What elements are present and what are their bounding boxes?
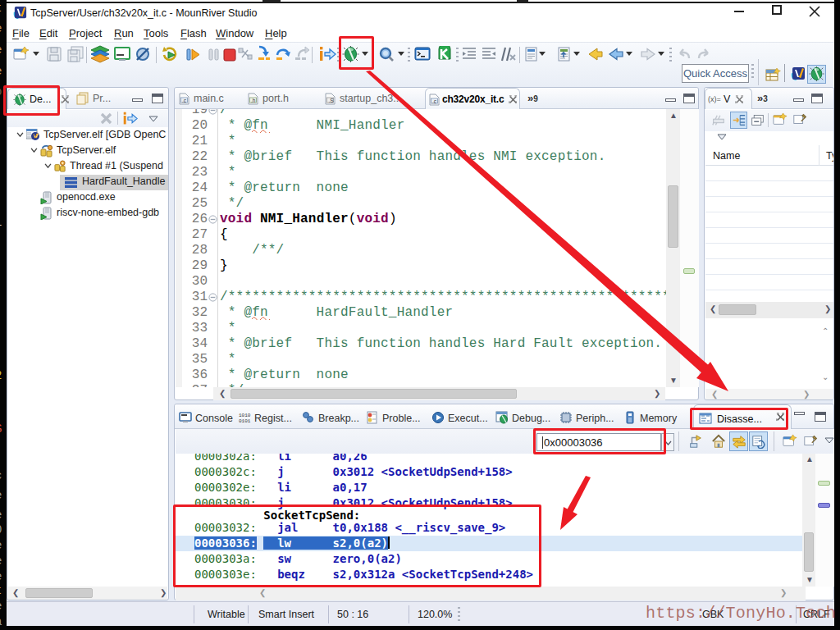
svg-text:1010: 1010 (239, 413, 251, 418)
svg-text:.c: .c (182, 98, 187, 103)
svg-text:0101: 0101 (239, 418, 251, 424)
svg-text:.S: .S (329, 98, 335, 103)
svg-text:.h: .h (251, 98, 256, 103)
svg-text:.c: .c (432, 98, 437, 104)
